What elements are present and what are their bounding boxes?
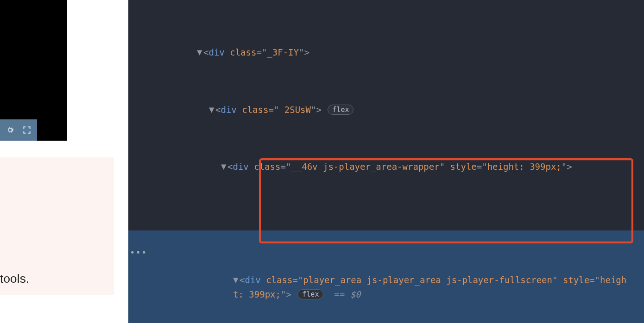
- chevron-down-icon[interactable]: ▼: [197, 45, 203, 59]
- gear-icon[interactable]: [5, 125, 15, 135]
- selected-marker: == $0: [334, 289, 360, 299]
- chevron-down-icon[interactable]: ▼: [233, 273, 240, 286]
- dom-node[interactable]: ▼<div class="_3F-IY">: [128, 45, 644, 60]
- dom-node-selected[interactable]: ••• ▼<div class="player_area js-player_a…: [128, 230, 644, 323]
- flex-badge[interactable]: flex: [297, 289, 323, 299]
- dom-tree[interactable]: ▼<div class="_3F-IY"> ▼<div class="_2SUs…: [128, 0, 644, 323]
- page-text-fragment: tools.: [0, 269, 29, 289]
- page-preview-sliver: tools.: [0, 0, 114, 323]
- chevron-down-icon[interactable]: ▼: [221, 159, 227, 173]
- video-controls-bar: [0, 119, 37, 141]
- dom-node[interactable]: ▼<div class="__46v js-player_area-wrappe…: [128, 159, 644, 174]
- dom-node[interactable]: ▼<div class="_2SUsW"> flex: [128, 102, 644, 117]
- fullscreen-icon[interactable]: [22, 125, 32, 135]
- overflow-ellipsis-icon[interactable]: •••: [130, 245, 147, 259]
- chevron-down-icon[interactable]: ▼: [209, 102, 215, 116]
- devtools-elements-panel[interactable]: ▼<div class="_3F-IY"> ▼<div class="_2SUs…: [128, 0, 644, 323]
- video-player-box: [0, 0, 67, 141]
- flex-badge[interactable]: flex: [328, 105, 354, 115]
